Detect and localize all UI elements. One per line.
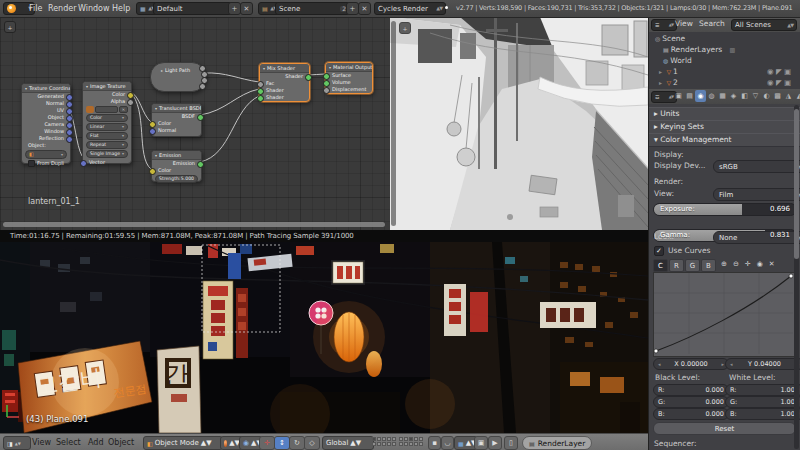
outliner-menu-search[interactable]: Search [699, 19, 725, 28]
zoom-out-icon[interactable]: ⊖ [733, 260, 739, 268]
white-r-field[interactable]: R:1.000 [725, 384, 800, 396]
tab-scene[interactable]: ◉ [695, 90, 706, 102]
tab-constraints[interactable]: ◈ [728, 90, 739, 102]
outliner-item-world[interactable]: ◍World [663, 55, 692, 66]
exposure-slider[interactable]: Exposure: 0.696 [653, 203, 797, 216]
expand-icon[interactable]: ▾ [263, 66, 265, 71]
node-material-output[interactable]: ▾Material Output Surface Volume Displace… [325, 62, 373, 94]
opengl-animation-button[interactable]: ▶ [488, 436, 502, 450]
expand-icon[interactable]: ▸ [161, 68, 163, 73]
socket-dot[interactable] [257, 95, 264, 102]
node-light-path[interactable]: ▸Light Path [150, 62, 206, 92]
channel-c-button[interactable]: C [653, 259, 668, 272]
black-g-field[interactable]: G:0.000 [653, 396, 729, 408]
outliner-item-scene[interactable]: ◎Scene [655, 33, 685, 44]
expand-icon[interactable]: ▾ [155, 153, 157, 158]
checkbox-checked-icon[interactable]: ✓ [654, 246, 664, 256]
menu-render[interactable]: Render [48, 0, 76, 17]
curve-point[interactable] [654, 349, 658, 353]
object-field[interactable]: ◧▾ [25, 150, 67, 159]
socket-dot[interactable] [80, 160, 87, 167]
render-layer-pill[interactable]: ▤ RenderLayer [522, 436, 592, 450]
point-icon[interactable]: ◉ [757, 260, 763, 268]
rotate-manipulator-button[interactable]: ↻ [289, 436, 305, 450]
black-b-field[interactable]: B:0.000 [653, 408, 729, 420]
expander-icon[interactable]: ▸ [659, 79, 662, 86]
expand-icon[interactable]: ▾ [155, 106, 157, 111]
scene-name-field[interactable]: Scene 2 [275, 2, 351, 15]
outliner-item-renderlayers[interactable]: ▤RenderLayers ▥ [663, 44, 737, 55]
channel-r-button[interactable]: R [669, 259, 684, 272]
rgb-curve-widget[interactable] [653, 272, 796, 357]
outliner-filter-select[interactable]: All Scenes ▲▼ [731, 19, 797, 31]
node-texture-coordinate[interactable]: ▾Texture Coordinate Generated Normal UV … [21, 83, 71, 164]
vertical-scrollbar[interactable] [391, 21, 396, 226]
tab-world[interactable]: ◍ [706, 90, 717, 102]
from-dupli-row[interactable]: From Dupli [22, 160, 70, 167]
tab-material[interactable]: ◐ [761, 90, 772, 102]
tab-particles[interactable]: ◮ [783, 90, 794, 102]
source-option[interactable]: Single Image▾ [86, 150, 128, 158]
visibility-icons[interactable]: ◉ ◤ ▣ [767, 66, 791, 77]
use-curves-row[interactable]: ✓ Use Curves [654, 246, 710, 256]
strength-slider[interactable]: Strength: 5.000 [155, 175, 198, 183]
socket-dot[interactable] [323, 87, 330, 94]
channel-g-button[interactable]: G [685, 259, 700, 272]
scrollbar-track[interactable] [794, 105, 799, 449]
reset-curves-button[interactable]: Reset [653, 422, 796, 435]
layout-name-field[interactable]: Default [153, 2, 233, 15]
image-name-field[interactable] [95, 106, 118, 113]
menu-add[interactable]: Add [88, 434, 104, 450]
menu-window[interactable]: Window [78, 0, 110, 17]
outliner-item-1[interactable]: ▸ ▽1 [659, 66, 678, 77]
scale-manipulator-button[interactable]: ◇ [304, 436, 320, 450]
tools-icon[interactable]: ✛ [745, 260, 751, 268]
socket-dot[interactable] [127, 99, 134, 106]
snap-toggle-button[interactable]: ◡ [441, 436, 454, 450]
tab-data[interactable]: ▽ [750, 90, 761, 102]
outliner-item-2[interactable]: ▸ ▽2 [659, 77, 678, 88]
manipulator-toggle-button[interactable]: ✛ [259, 436, 275, 450]
node-editor[interactable]: ▾Texture Coordinate Generated Normal UV … [0, 17, 391, 230]
panel-keying-sets[interactable]: ▸ Keying Sets [649, 120, 800, 134]
black-r-field[interactable]: R:0.000 [653, 384, 729, 396]
expand-icon[interactable]: ▾ [25, 86, 27, 91]
mode-select[interactable]: ◧ Object Mode ▲▼ [143, 436, 223, 450]
node-emission[interactable]: ▾Emission Emission Color Strength: 5.000 [151, 150, 202, 182]
projection-option[interactable]: Flat▾ [86, 132, 128, 140]
renderlayers-extra-icon[interactable]: ▥ [730, 46, 736, 53]
node-mix-shader[interactable]: ▾Mix Shader Shader Fac Shader Shader [259, 63, 310, 102]
layout-delete-button[interactable]: ✕ [240, 2, 253, 15]
extension-option[interactable]: Repeat▾ [86, 141, 128, 149]
channel-b-button[interactable]: B [701, 259, 716, 272]
menu-object[interactable]: Object [108, 434, 134, 450]
toolbar-expand-icon[interactable]: + [4, 21, 16, 33]
socket-dot[interactable] [149, 128, 156, 135]
tab-modifiers[interactable]: ◧ [739, 90, 750, 102]
white-g-field[interactable]: G:1.000 [725, 396, 800, 408]
rendered-viewport[interactable]: 고갈비 전문점 간 (43) Plane.091 [0, 242, 648, 433]
interpolation-option[interactable]: Linear▾ [86, 123, 128, 131]
panel-units[interactable]: ▸ Units [649, 107, 800, 121]
layers-grid-2[interactable] [399, 437, 423, 446]
tab-texture[interactable]: ▩ [772, 90, 783, 102]
display-device-select[interactable]: sRGB▲▼ [713, 160, 800, 173]
tab-physics[interactable]: ◭ [794, 90, 800, 102]
orientation-select[interactable]: Global ▲▼ [322, 436, 374, 450]
translate-manipulator-button[interactable]: ↕ [274, 436, 290, 450]
checkbox-icon[interactable] [28, 160, 35, 167]
lock-button[interactable]: ▪ [428, 436, 441, 450]
image-datablock-row[interactable]: ✕ [86, 106, 128, 113]
color-space-option[interactable]: Color▾ [86, 114, 128, 122]
expander-icon[interactable]: ▸ [659, 68, 662, 75]
outliner-menu-view[interactable]: View [675, 19, 693, 28]
zoom-in-icon[interactable]: ⊕ [721, 260, 727, 268]
editor-type-button[interactable]: ◨ ▲▼ [3, 436, 31, 450]
menu-view[interactable]: View [32, 434, 51, 450]
node-image-texture[interactable]: ▾Image Texture Color Alpha ✕ Color▾ Line… [82, 81, 132, 164]
tab-render[interactable]: ▣ [673, 90, 684, 102]
editor-type-button[interactable]: ☰ ▲▼ [651, 19, 677, 31]
viewport-3d[interactable]: + [390, 17, 648, 230]
view-transform-select[interactable]: Film▲▼ [713, 188, 800, 201]
curve-point[interactable] [789, 274, 793, 278]
